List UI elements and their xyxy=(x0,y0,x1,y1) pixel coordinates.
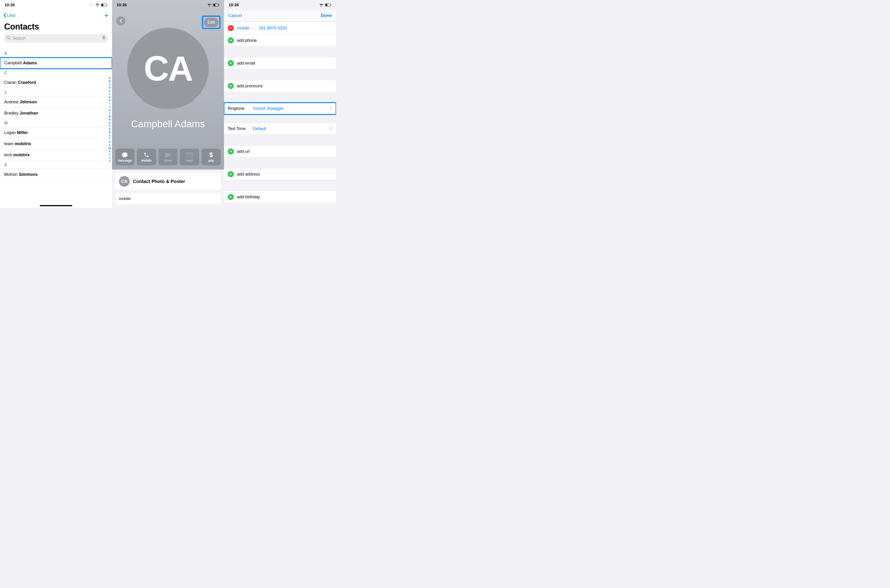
contact-row[interactable]: team mobitrix xyxy=(0,138,112,150)
mobile-button[interactable]: mobile xyxy=(137,148,156,165)
contact-first: Ciaran xyxy=(4,80,17,85)
index-letter[interactable]: E xyxy=(109,89,110,93)
contact-row[interactable]: Logan Miller xyxy=(0,127,112,138)
alpha-index[interactable]: ABCDEFGHIJKLMNOPQRSTUVWXYZ# xyxy=(108,76,111,163)
index-letter[interactable]: X xyxy=(109,150,110,153)
svg-rect-13 xyxy=(331,4,331,6)
contact-first: tech xyxy=(4,153,12,157)
add-birthday-row[interactable]: + add birthday xyxy=(224,191,336,203)
phone-row[interactable]: − mobile 181 8975 0320 xyxy=(224,22,336,34)
ringtone-highlight: Ringtone Sound: Arpeggio xyxy=(224,103,336,114)
chevron-right-icon xyxy=(250,27,252,30)
contacts-list: ACampbell AdamsCCiaran CrawfordJAndrew J… xyxy=(0,49,112,180)
action-buttons: messagemobilevideomail$pay xyxy=(112,148,224,165)
add-icon: + xyxy=(228,194,234,200)
contact-last: Miller xyxy=(17,130,28,135)
status-time: 10:36 xyxy=(5,3,15,8)
index-letter[interactable]: F xyxy=(109,93,111,96)
mic-icon[interactable] xyxy=(102,36,105,41)
section-header: S xyxy=(0,161,112,169)
index-letter[interactable]: N xyxy=(109,118,111,122)
index-letter[interactable]: D xyxy=(109,86,111,89)
index-letter[interactable]: M xyxy=(108,115,111,118)
index-letter[interactable]: G xyxy=(109,96,111,99)
pay-icon: $ xyxy=(209,152,213,158)
photo-poster-card[interactable]: CA Contact Photo & Poster xyxy=(115,173,221,190)
index-letter[interactable]: S xyxy=(109,134,110,138)
message-button[interactable]: message xyxy=(115,148,135,165)
add-contact-button[interactable]: + xyxy=(104,11,109,19)
index-letter[interactable]: U xyxy=(109,141,111,144)
add-url-row[interactable]: + add url xyxy=(224,146,336,157)
index-letter[interactable]: K xyxy=(109,109,111,112)
battery-icon xyxy=(213,3,219,7)
add-icon: + xyxy=(228,171,234,177)
index-letter[interactable]: I xyxy=(109,102,110,105)
index-letter[interactable]: T xyxy=(109,137,111,141)
index-letter[interactable]: C xyxy=(109,83,111,86)
cancel-button[interactable]: Cancel xyxy=(228,13,242,18)
page-title: Contacts xyxy=(0,20,112,34)
index-letter[interactable]: Y xyxy=(109,153,110,156)
status-bar: 10:36 •••• xyxy=(112,0,224,10)
cell-dots-icon: •••• xyxy=(201,3,206,7)
contact-last: mobitrix xyxy=(15,141,31,146)
contact-row[interactable]: Campbell Adams xyxy=(0,58,112,69)
home-indicator[interactable] xyxy=(40,205,72,206)
index-letter[interactable]: B xyxy=(109,80,111,83)
index-letter[interactable]: P xyxy=(109,124,110,128)
svg-rect-8 xyxy=(219,4,219,6)
pay-button[interactable]: $pay xyxy=(201,148,221,165)
add-email-row[interactable]: + add email xyxy=(224,57,336,69)
add-phone-row[interactable]: + add phone xyxy=(224,34,336,46)
video-button: video xyxy=(158,148,178,165)
index-letter[interactable]: O xyxy=(109,122,111,125)
index-letter[interactable]: V xyxy=(109,144,110,147)
mail-button: mail xyxy=(180,148,199,165)
contact-row[interactable]: Mohsin Simmons xyxy=(0,169,112,180)
index-letter[interactable]: Q xyxy=(109,128,111,131)
delete-phone-icon[interactable]: − xyxy=(228,25,234,31)
search-placeholder: Search xyxy=(12,36,26,41)
index-letter[interactable]: Z xyxy=(109,156,111,160)
section-header: J xyxy=(0,88,112,97)
svg-rect-12 xyxy=(326,4,328,6)
contact-row[interactable]: Bradley Jonathan xyxy=(0,108,112,119)
edit-button[interactable]: Edit xyxy=(204,18,218,27)
svg-rect-5 xyxy=(103,36,105,38)
phone-type-picker[interactable]: mobile xyxy=(237,26,252,31)
back-button[interactable] xyxy=(116,16,125,26)
ringtone-row[interactable]: Ringtone Sound: Arpeggio xyxy=(224,103,336,114)
add-icon: + xyxy=(228,60,234,66)
phone-field-card[interactable]: mobile xyxy=(115,193,221,204)
done-button[interactable]: Done xyxy=(321,13,332,18)
index-letter[interactable]: H xyxy=(109,99,111,102)
action-label: video xyxy=(164,159,173,162)
phone-value[interactable]: 181 8975 0320 xyxy=(259,26,287,31)
screen-contacts-list: 10:36 •••• Lists + Contacts Search xyxy=(0,0,112,208)
section-header: A xyxy=(0,49,112,58)
screen-contact-card: 10:36 •••• Edit CA xyxy=(112,0,224,208)
contact-row[interactable]: Andrew Johnson xyxy=(0,97,112,108)
add-pronouns-row[interactable]: + add pronouns xyxy=(224,80,336,92)
contact-first: Logan xyxy=(4,130,16,135)
texttone-value: Default xyxy=(253,126,266,131)
index-letter[interactable]: # xyxy=(109,160,110,163)
contact-row[interactable]: tech mobitrix xyxy=(0,150,112,161)
index-letter[interactable]: J xyxy=(109,105,110,109)
avatar-small-icon: CA xyxy=(119,176,130,187)
battery-icon xyxy=(325,3,331,7)
back-lists-button[interactable]: Lists xyxy=(3,13,15,18)
chevron-right-icon xyxy=(330,126,332,131)
index-letter[interactable]: R xyxy=(109,131,111,134)
index-letter[interactable]: W xyxy=(108,147,111,150)
search-input[interactable]: Search xyxy=(4,34,108,43)
index-letter[interactable]: A xyxy=(109,76,111,80)
contact-hero: 10:36 •••• Edit CA xyxy=(112,0,224,170)
svg-line-4 xyxy=(9,38,11,39)
texttone-row[interactable]: Text Tone Default xyxy=(224,123,336,135)
index-letter[interactable]: L xyxy=(109,112,111,115)
add-address-row[interactable]: + add address xyxy=(224,168,336,180)
contact-last: mobitrix xyxy=(13,153,30,157)
contact-row[interactable]: Ciaran Crawford xyxy=(0,77,112,88)
